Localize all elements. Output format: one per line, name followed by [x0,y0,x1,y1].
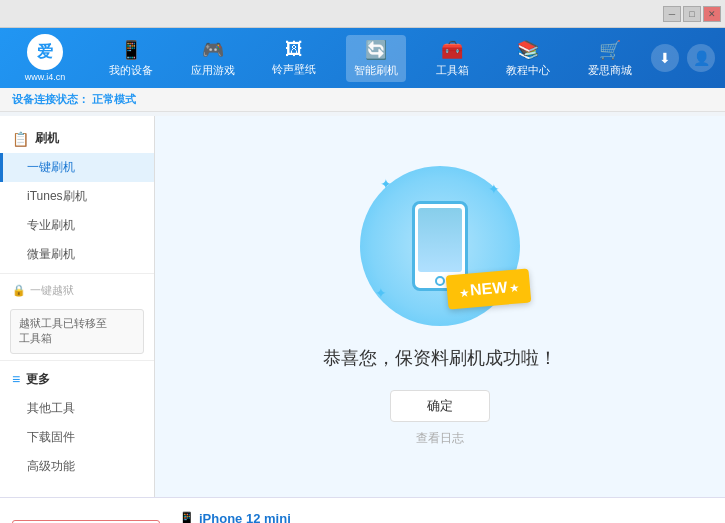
minimize-button[interactable]: ─ [663,6,681,22]
status-value: 正常模式 [92,93,136,105]
my-device-icon: 📱 [120,39,142,61]
sidebar-item-other-tools[interactable]: 其他工具 [0,394,154,423]
sidebar-divider-2 [0,360,154,361]
logo-icon: 爱 [27,34,63,70]
phone-illustration: ✦ ✦ ✦ NEW [360,166,520,326]
phone-home-button [435,276,445,286]
smart-shop-icon: 🔄 [365,39,387,61]
sidebar-flash-section: 📋 刷机 一键刷机 iTunes刷机 专业刷机 微量刷机 [0,124,154,269]
sparkle-1: ✦ [380,176,392,192]
device-name-text: iPhone 12 mini [199,511,291,523]
app-games-label: 应用游戏 [191,63,235,78]
sidebar-jailbreak-section: 🔒 一键越狱 越狱工具已转移至工具箱 [0,278,154,354]
sparkle-3: ✦ [375,285,387,301]
more-header-label: 更多 [26,371,50,388]
sidebar-jailbreak-locked: 🔒 一键越狱 [0,278,154,303]
nav-bar: 📱 我的设备 🎮 应用游戏 🖼 铃声壁纸 🔄 智能刷机 🧰 工具箱 📚 教程中心… [90,35,651,82]
sidebar-item-advanced[interactable]: 高级功能 [0,452,154,481]
header-right: ⬇ 👤 [651,44,715,72]
sidebar-item-screen-flash[interactable]: 微量刷机 [0,240,154,269]
new-badge: NEW [445,268,531,309]
nav-item-app-games[interactable]: 🎮 应用游戏 [183,35,243,82]
nav-item-smart-shop[interactable]: 🔄 智能刷机 [346,35,406,82]
wallpaper-label: 铃声壁纸 [272,62,316,77]
status-bar: 设备连接状态： 正常模式 [0,88,725,112]
flash-header-icon: 📋 [12,131,29,147]
device-bar: ✓ 自动检测 ✓ 跳过向导 📱 iPhone 12 mini 64GB Down… [0,497,725,523]
jailbreak-label: 一键越狱 [30,283,74,298]
download-button[interactable]: ⬇ [651,44,679,72]
store-label: 爱思商城 [588,63,632,78]
nav-item-toolbox[interactable]: 🧰 工具箱 [428,35,477,82]
jailbreak-note: 越狱工具已转移至工具箱 [10,309,144,354]
title-bar: ─ □ ✕ [0,0,725,28]
flash-header-label: 刷机 [35,130,59,147]
status-prefix: 设备连接状态： [12,93,89,105]
smart-shop-label: 智能刷机 [354,63,398,78]
toolbox-label: 工具箱 [436,63,469,78]
maximize-button[interactable]: □ [683,6,701,22]
nav-item-wallpaper[interactable]: 🖼 铃声壁纸 [264,35,324,81]
close-button[interactable]: ✕ [703,6,721,22]
device-phone-icon: 📱 [178,511,195,524]
sidebar-item-download-firmware[interactable]: 下载固件 [0,423,154,452]
phone-bg-circle: ✦ ✦ ✦ NEW [360,166,520,326]
sparkle-2: ✦ [488,181,500,197]
more-header-icon: ≡ [12,371,20,387]
sidebar-divider-1 [0,273,154,274]
sidebar-more-section: ≡ 更多 其他工具 下载固件 高级功能 [0,365,154,481]
device-name: 📱 iPhone 12 mini [178,511,713,524]
toolbox-icon: 🧰 [441,39,463,61]
sidebar-flash-header: 📋 刷机 [0,124,154,153]
sidebar-item-one-click-flash[interactable]: 一键刷机 [0,153,154,182]
app-games-icon: 🎮 [202,39,224,61]
wallpaper-icon: 🖼 [285,39,303,60]
tutorial-label: 教程中心 [506,63,550,78]
main-layout: 📋 刷机 一键刷机 iTunes刷机 专业刷机 微量刷机 🔒 一键越狱 [0,116,725,497]
phone-screen [418,208,462,272]
daily-link[interactable]: 查看日志 [416,430,464,447]
logo[interactable]: 爱 www.i4.cn [10,34,80,82]
content-area: ✦ ✦ ✦ NEW 恭喜您，保资料刷机成功啦！ 确定 查看日志 [155,116,725,497]
header: 爱 www.i4.cn 📱 我的设备 🎮 应用游戏 🖼 铃声壁纸 🔄 智能刷机 … [0,28,725,88]
my-device-label: 我的设备 [109,63,153,78]
nav-item-my-device[interactable]: 📱 我的设备 [101,35,161,82]
confirm-button[interactable]: 确定 [390,390,490,422]
sidebar-item-itunes-flash[interactable]: iTunes刷机 [0,182,154,211]
device-info: 📱 iPhone 12 mini 64GB Down-12mini-13,1 [178,511,713,524]
user-button[interactable]: 👤 [687,44,715,72]
nav-item-tutorial[interactable]: 📚 教程中心 [498,35,558,82]
logo-url: www.i4.cn [25,72,66,82]
nav-item-store[interactable]: 🛒 爱思商城 [580,35,640,82]
sidebar-more-header: ≡ 更多 [0,365,154,394]
success-message: 恭喜您，保资料刷机成功啦！ [323,346,557,370]
tutorial-icon: 📚 [517,39,539,61]
lock-icon: 🔒 [12,284,26,297]
store-icon: 🛒 [599,39,621,61]
sidebar: 📋 刷机 一键刷机 iTunes刷机 专业刷机 微量刷机 🔒 一键越狱 [0,116,155,497]
sidebar-item-pro-flash[interactable]: 专业刷机 [0,211,154,240]
